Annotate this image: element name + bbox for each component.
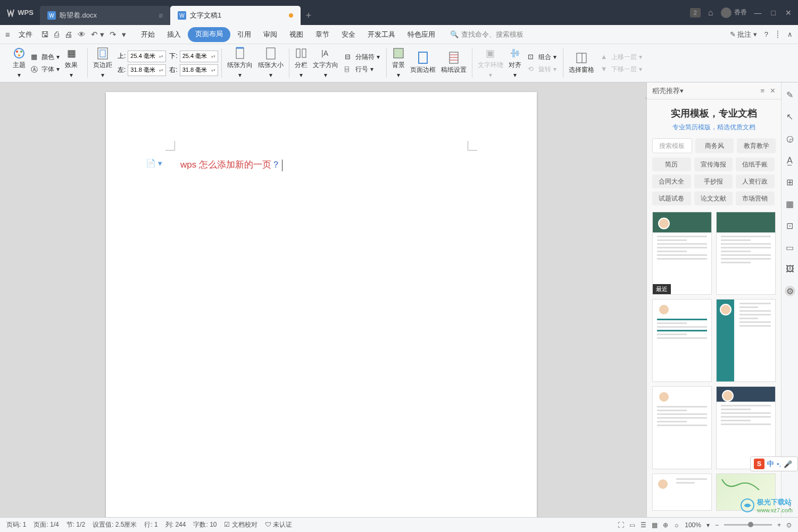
color-button[interactable]: ▦颜色▾ bbox=[31, 53, 60, 62]
tag-hr[interactable]: 人资行政 bbox=[736, 174, 775, 188]
status-chars[interactable]: 字数: 10 bbox=[193, 520, 217, 529]
view-outline-icon[interactable]: ☰ bbox=[641, 521, 646, 529]
preview-icon[interactable]: 👁 bbox=[78, 30, 86, 39]
status-pagenum[interactable]: 页码: 1 bbox=[6, 520, 26, 529]
template-item[interactable] bbox=[716, 299, 776, 382]
breaks-button[interactable]: ⊟分隔符▾ bbox=[345, 53, 380, 62]
tag-paper[interactable]: 论文文献 bbox=[694, 192, 733, 205]
page-icon[interactable]: ▭ bbox=[786, 243, 794, 253]
tag-copy[interactable]: 手抄报 bbox=[694, 174, 733, 188]
tab-monitor-icon[interactable]: ⎚ bbox=[159, 12, 163, 19]
panel-menu-icon[interactable]: ≡ bbox=[760, 87, 764, 95]
maximize-button[interactable]: □ bbox=[771, 9, 776, 17]
text-icon[interactable]: A̲ bbox=[787, 155, 793, 165]
more-icon[interactable]: ▾ bbox=[122, 30, 126, 39]
menu-sections[interactable]: 章节 bbox=[310, 27, 335, 42]
notification-badge[interactable]: 2 bbox=[690, 8, 701, 18]
status-line[interactable]: 行: 1 bbox=[144, 520, 157, 529]
menu-security[interactable]: 安全 bbox=[336, 27, 361, 42]
tag-poster[interactable]: 宣传海报 bbox=[694, 157, 733, 171]
template-item[interactable] bbox=[652, 473, 712, 511]
zoom-level[interactable]: 100% bbox=[685, 521, 701, 529]
tag-resume[interactable]: 简历 bbox=[652, 157, 691, 171]
help-icon[interactable]: ? bbox=[764, 30, 768, 38]
print-icon[interactable]: 🖨 bbox=[64, 30, 72, 39]
font-button[interactable]: Ⓐ字体▾ bbox=[31, 65, 60, 74]
tab-document-1[interactable]: W 盼望着.docx ⎚ bbox=[40, 6, 170, 25]
margins-button[interactable]: 页边距▾ bbox=[91, 46, 114, 80]
margin-top-input[interactable]: 25.4 毫米▴▾ bbox=[128, 51, 166, 62]
manuscript-button[interactable]: 稿纸设置 bbox=[439, 51, 469, 76]
document-content[interactable]: wps 怎么添加新的一页？ bbox=[180, 159, 282, 171]
zoom-in-icon[interactable]: + bbox=[777, 521, 781, 529]
template-search[interactable]: 搜索模板 bbox=[652, 138, 692, 153]
status-column[interactable]: 列: 244 bbox=[165, 520, 186, 529]
menu-page-layout[interactable]: 页面布局 bbox=[188, 27, 230, 42]
annotate-button[interactable]: ✎ 批注 ▾ bbox=[730, 30, 757, 39]
table-icon[interactable]: ⊞ bbox=[786, 177, 793, 187]
size-button[interactable]: 纸张大小▾ bbox=[256, 46, 286, 80]
tab-document-2[interactable]: W 文字文稿1 bbox=[170, 6, 301, 25]
redo-icon[interactable]: ↷ bbox=[110, 30, 117, 39]
menu-start[interactable]: 开始 bbox=[136, 27, 160, 42]
template-item[interactable]: 最近 bbox=[652, 212, 712, 295]
menu-references[interactable]: 引用 bbox=[232, 27, 256, 42]
margin-bottom-input[interactable]: 25.4 毫米▴▾ bbox=[180, 51, 218, 62]
columns-button[interactable]: 分栏▾ bbox=[293, 46, 310, 80]
mic-icon[interactable]: 🎤 bbox=[784, 460, 792, 468]
user-badge[interactable]: 香香 bbox=[721, 7, 747, 18]
effect-button[interactable]: ▦ 效果▾ bbox=[63, 46, 80, 80]
border-button[interactable]: 页面边框 bbox=[408, 51, 438, 76]
panel-tab-education[interactable]: 教育教学 bbox=[737, 138, 776, 153]
tag-letter[interactable]: 信纸手账 bbox=[736, 157, 775, 171]
fullscreen-icon[interactable]: ⛶ bbox=[618, 521, 624, 529]
menu-features[interactable]: 特色应用 bbox=[402, 27, 440, 42]
align-button[interactable]: 对齐▾ bbox=[506, 46, 523, 80]
close-button[interactable]: ✕ bbox=[785, 9, 792, 17]
tag-marketing[interactable]: 市场营销 bbox=[736, 192, 775, 205]
document-area[interactable]: 📄 ▾ wps 怎么添加新的一页？ ◂ ∧ ▸ bbox=[0, 82, 663, 517]
undo-icon[interactable]: ↶ ▾ bbox=[91, 30, 104, 39]
zoom-fit-icon[interactable]: ⊙ bbox=[786, 521, 792, 529]
menu-review[interactable]: 审阅 bbox=[258, 27, 282, 42]
edit-icon[interactable]: ✎ bbox=[786, 90, 793, 100]
status-section[interactable]: 节: 1/2 bbox=[66, 520, 85, 529]
template-item[interactable] bbox=[652, 299, 712, 382]
tag-exam[interactable]: 试题试卷 bbox=[652, 192, 691, 205]
zoom-slider[interactable] bbox=[724, 524, 772, 526]
status-position[interactable]: 设置值: 2.5厘米 bbox=[93, 520, 137, 529]
link-icon[interactable]: ⊡ bbox=[786, 221, 793, 231]
chart-icon[interactable]: ▦ bbox=[786, 199, 794, 209]
print-preview-icon[interactable]: ⎙ bbox=[54, 30, 59, 39]
file-menu[interactable]: 文件 bbox=[15, 27, 36, 42]
panel-tab-business[interactable]: 商务风 bbox=[695, 138, 734, 153]
cursor-icon[interactable]: ↖ bbox=[786, 112, 793, 122]
view-read-icon[interactable]: ⊕ bbox=[663, 521, 668, 529]
menu-icon[interactable]: ≡ bbox=[5, 30, 10, 39]
margin-right-input[interactable]: 31.8 毫米▴▾ bbox=[180, 64, 218, 76]
template-item[interactable] bbox=[652, 386, 712, 469]
theme-button[interactable]: 主题▾ bbox=[11, 46, 28, 80]
background-button[interactable]: 背景▾ bbox=[390, 46, 407, 80]
status-proof[interactable]: ☑ 文档校对 bbox=[224, 520, 257, 529]
textdir-button[interactable]: |A 文字方向▾ bbox=[311, 46, 340, 80]
panel-close-icon[interactable]: ✕ bbox=[770, 87, 776, 95]
linenum-button[interactable]: ⌸行号▾ bbox=[345, 65, 380, 74]
menu-devtools[interactable]: 开发工具 bbox=[362, 27, 401, 42]
orientation-button[interactable]: 纸张方向▾ bbox=[225, 46, 255, 80]
page[interactable]: 📄 ▾ wps 怎么添加新的一页？ bbox=[106, 92, 537, 517]
selection-pane-button[interactable]: 选择窗格 bbox=[567, 51, 596, 76]
zoom-out-icon[interactable]: − bbox=[715, 521, 719, 529]
tag-contract[interactable]: 合同大全 bbox=[652, 174, 691, 188]
collapse-ribbon-icon[interactable]: ∧ bbox=[787, 30, 793, 38]
command-search[interactable]: 🔍 查找命令、搜索模板 bbox=[450, 30, 523, 39]
save-icon[interactable]: 🖫 bbox=[41, 30, 49, 39]
status-auth[interactable]: 🛡 未认证 bbox=[265, 520, 292, 529]
view-focus-icon[interactable]: ☼ bbox=[674, 521, 679, 529]
status-pages[interactable]: 页面: 1/4 bbox=[34, 520, 59, 529]
image-icon[interactable]: 🖼 bbox=[786, 264, 794, 274]
shape-icon[interactable]: ◶ bbox=[786, 134, 794, 144]
paragraph-marker[interactable]: 📄 ▾ bbox=[146, 159, 162, 168]
menu-view[interactable]: 视图 bbox=[284, 27, 309, 42]
new-tab-button[interactable]: + bbox=[301, 6, 317, 25]
